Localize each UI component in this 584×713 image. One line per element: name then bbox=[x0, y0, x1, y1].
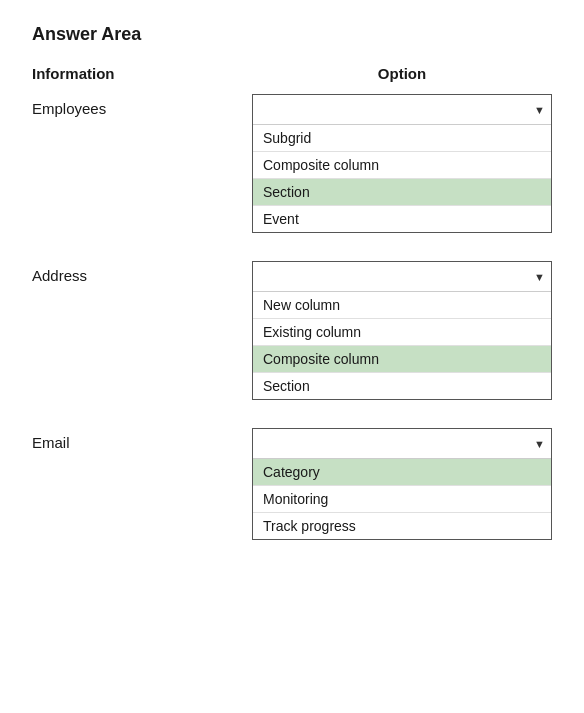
dropdown-option-email-0[interactable]: Category bbox=[253, 459, 551, 486]
dropdown-employees[interactable]: ▼SubgridComposite columnSectionEvent bbox=[252, 94, 552, 233]
dropdown-email[interactable]: ▼CategoryMonitoringTrack progress bbox=[252, 428, 552, 540]
answer-row-employees: Employees▼SubgridComposite columnSection… bbox=[32, 94, 552, 233]
dropdown-option-email-2[interactable]: Track progress bbox=[253, 513, 551, 539]
info-label-address: Address bbox=[32, 261, 252, 284]
chevron-down-icon-email: ▼ bbox=[534, 438, 545, 450]
page-title: Answer Area bbox=[32, 24, 552, 45]
dropdown-header-address[interactable]: ▼ bbox=[253, 262, 551, 292]
dropdown-option-employees-0[interactable]: Subgrid bbox=[253, 125, 551, 152]
chevron-down-icon-employees: ▼ bbox=[534, 104, 545, 116]
dropdown-option-address-2[interactable]: Composite column bbox=[253, 346, 551, 373]
dropdown-header-employees[interactable]: ▼ bbox=[253, 95, 551, 125]
answer-row-email: Email▼CategoryMonitoringTrack progress bbox=[32, 428, 552, 540]
info-label-employees: Employees bbox=[32, 94, 252, 117]
dropdown-option-address-1[interactable]: Existing column bbox=[253, 319, 551, 346]
info-column-header: Information bbox=[32, 65, 252, 82]
dropdown-address[interactable]: ▼New columnExisting columnComposite colu… bbox=[252, 261, 552, 400]
dropdown-option-address-3[interactable]: Section bbox=[253, 373, 551, 399]
dropdown-option-email-1[interactable]: Monitoring bbox=[253, 486, 551, 513]
chevron-down-icon-address: ▼ bbox=[534, 271, 545, 283]
answer-row-address: Address▼New columnExisting columnComposi… bbox=[32, 261, 552, 400]
dropdown-option-employees-3[interactable]: Event bbox=[253, 206, 551, 232]
dropdown-option-employees-2[interactable]: Section bbox=[253, 179, 551, 206]
dropdown-header-email[interactable]: ▼ bbox=[253, 429, 551, 459]
info-label-email: Email bbox=[32, 428, 252, 451]
dropdown-option-employees-1[interactable]: Composite column bbox=[253, 152, 551, 179]
dropdown-option-address-0[interactable]: New column bbox=[253, 292, 551, 319]
option-column-header: Option bbox=[252, 65, 552, 82]
